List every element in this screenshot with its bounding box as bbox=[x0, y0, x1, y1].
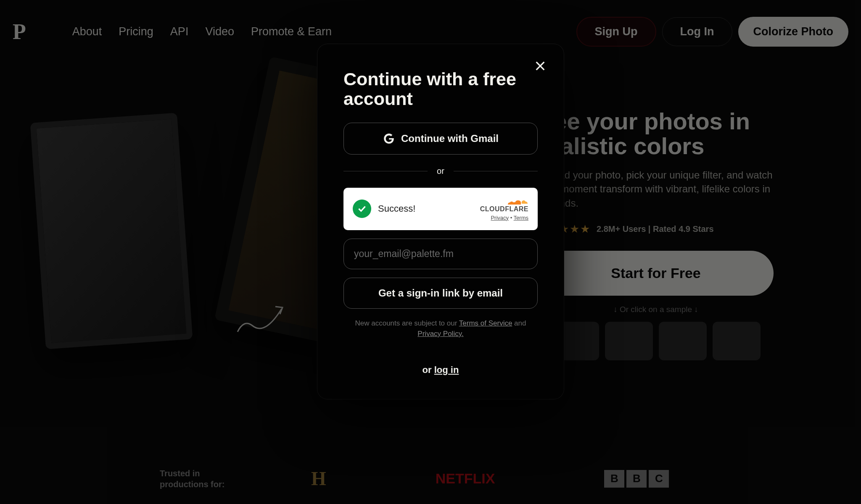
terms-text: New accounts are subject to our Terms of… bbox=[343, 318, 538, 339]
google-icon bbox=[383, 132, 395, 145]
login-link[interactable]: log in bbox=[434, 365, 459, 375]
cloudflare-privacy-link[interactable]: Privacy bbox=[491, 215, 509, 221]
continue-gmail-button[interactable]: Continue with Gmail bbox=[343, 123, 538, 155]
cloudflare-brand: CLOUDFLARE Privacy • Terms bbox=[480, 197, 528, 221]
tos-link[interactable]: Terms of Service bbox=[459, 319, 512, 327]
cloudflare-word: CLOUDFLARE bbox=[480, 205, 528, 213]
success-check-icon bbox=[353, 200, 371, 218]
cloudflare-widget: Success! CLOUDFLARE Privacy • Terms bbox=[343, 188, 538, 230]
cloudflare-success-text: Success! bbox=[378, 203, 415, 214]
divider: or bbox=[343, 166, 538, 176]
cloudflare-terms-link[interactable]: Terms bbox=[514, 215, 528, 221]
signup-modal: Continue with a free account Continue wi… bbox=[317, 44, 564, 399]
privacy-link[interactable]: Privacy Policy. bbox=[417, 330, 463, 338]
cloudflare-icon bbox=[505, 197, 528, 206]
email-link-button[interactable]: Get a sign-in link by email bbox=[343, 278, 538, 309]
close-icon bbox=[534, 59, 547, 73]
divider-or: or bbox=[437, 166, 444, 176]
login-line: or log in bbox=[343, 365, 538, 375]
email-input[interactable] bbox=[343, 239, 538, 269]
close-button[interactable] bbox=[532, 58, 549, 74]
modal-title: Continue with a free account bbox=[343, 69, 538, 109]
gmail-label: Continue with Gmail bbox=[401, 133, 499, 144]
